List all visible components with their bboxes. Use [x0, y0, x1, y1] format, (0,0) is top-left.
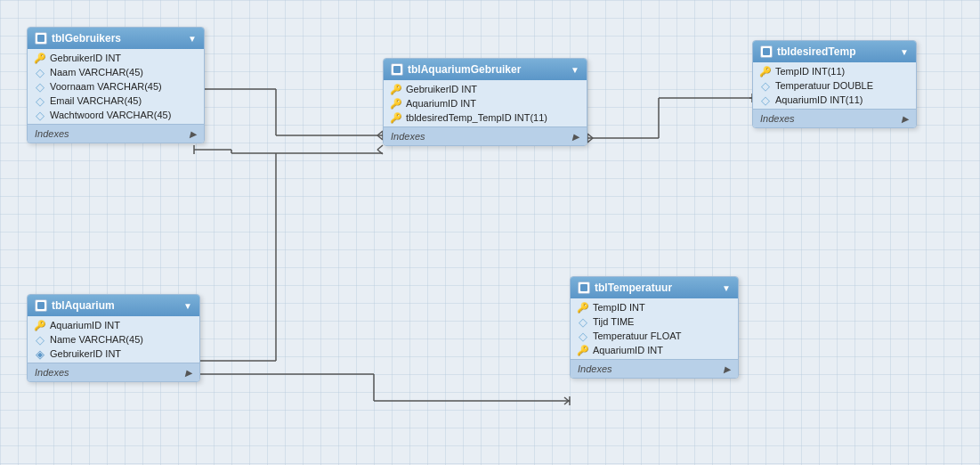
field-name: Wachtwoord VARCHAR(45) [50, 110, 171, 120]
indexes-label: Indexes [391, 131, 425, 142]
key-icon: 🔑 [35, 53, 45, 63]
dropdown-arrow[interactable]: ▼ [571, 65, 579, 75]
field-name: GebruikerID INT [50, 53, 121, 63]
table-title-tblTemperatuur: tblTemperatuur [595, 281, 672, 294]
indexes-label: Indexes [35, 367, 69, 378]
field-name: Email VARCHAR(45) [50, 95, 142, 106]
field-Temperatuur: ◇ Temperatuur DOUBLE [753, 78, 916, 93]
dropdown-arrow[interactable]: ▼ [722, 283, 731, 293]
field-name: TempID INT [593, 302, 645, 313]
table-tblGebruikers[interactable]: tblGebruikers ▼ 🔑 GebruikerID INT ◇ Naam… [27, 27, 205, 143]
footer-arrow: ▶ [724, 364, 731, 374]
field-name: Temperatuur FLOAT [593, 330, 681, 341]
diamond-icon: ◇ [578, 330, 588, 341]
table-title-tbldesiredTemp: tbldesiredTemp [777, 45, 855, 58]
diamond-blue-icon: ◈ [35, 348, 45, 359]
table-footer-tblGebruikers[interactable]: Indexes ▶ [28, 124, 204, 143]
table-footer-tblTemperatuur[interactable]: Indexes ▶ [571, 359, 738, 378]
field-name: Voornaam VARCHAR(45) [50, 81, 162, 92]
field-name: AquariumID INT [50, 320, 120, 330]
field-tbldesiredTemp_TempID: 🔑 tbldesiredTemp_TempID INT(11) [384, 110, 587, 125]
field-TempID: 🔑 TempID INT [571, 300, 738, 314]
field-name: GebruikerID INT [50, 348, 121, 359]
diamond-icon: ◇ [760, 94, 771, 105]
diamond-icon: ◇ [760, 80, 771, 91]
table-icon [578, 281, 590, 294]
field-name: Naam VARCHAR(45) [50, 67, 143, 78]
dropdown-arrow[interactable]: ▼ [188, 34, 197, 44]
dropdown-arrow[interactable]: ▼ [183, 301, 192, 311]
table-header-tblGebruikers: tblGebruikers ▼ [28, 28, 204, 49]
field-Wachtwoord: ◇ Wachtwoord VARCHAR(45) [28, 108, 204, 122]
table-tblTemperatuur[interactable]: tblTemperatuur ▼ 🔑 TempID INT ◇ Tijd TIM… [570, 276, 739, 379]
table-body-tbldesiredTemp: 🔑 TempID INT(11) ◇ Temperatuur DOUBLE ◇ … [753, 62, 916, 109]
svg-line-12 [377, 145, 383, 150]
field-Voornaam: ◇ Voornaam VARCHAR(45) [28, 79, 204, 94]
key-red-icon: 🔑 [391, 84, 401, 94]
table-title-tblAquariumGebruiker: tblAquariumGebruiker [408, 63, 521, 76]
svg-line-18 [587, 134, 593, 138]
footer-arrow: ▶ [190, 129, 197, 139]
table-body-tblTemperatuur: 🔑 TempID INT ◇ Tijd TIME ◇ Temperatuur F… [571, 298, 738, 359]
table-footer-tblAquariumGebruiker[interactable]: Indexes ▶ [384, 126, 587, 145]
svg-line-28 [564, 397, 570, 402]
svg-line-29 [564, 400, 570, 404]
table-tbldesiredTemp[interactable]: tbldesiredTemp ▼ 🔑 TempID INT(11) ◇ Temp… [752, 40, 917, 128]
field-name: AquariumID INT [406, 98, 476, 109]
table-body-tblGebruikers: 🔑 GebruikerID INT ◇ Naam VARCHAR(45) ◇ V… [28, 49, 204, 124]
key-red-icon: 🔑 [578, 345, 588, 355]
table-icon [760, 45, 773, 58]
key-red-icon: 🔑 [391, 98, 401, 109]
diamond-icon: ◇ [35, 95, 45, 106]
field-AquariumID: 🔑 AquariumID INT [571, 343, 738, 357]
key-icon: 🔑 [578, 302, 588, 313]
table-title-tblGebruikers: tblGebruikers [52, 32, 121, 45]
field-Naam: ◇ Naam VARCHAR(45) [28, 65, 204, 79]
table-header-tblAquarium: tblAquarium ▼ [28, 295, 199, 316]
field-Temperatuur: ◇ Temperatuur FLOAT [571, 329, 738, 343]
table-tblAquariumGebruiker[interactable]: tblAquariumGebruiker ▼ 🔑 GebruikerID INT… [383, 58, 587, 146]
field-GebruikerID: ◈ GebruikerID INT [28, 347, 199, 361]
table-body-tblAquarium: 🔑 AquariumID INT ◇ Name VARCHAR(45) ◈ Ge… [28, 316, 199, 363]
diamond-icon: ◇ [35, 334, 45, 345]
svg-line-13 [377, 150, 383, 154]
field-name: Tijd TIME [593, 316, 634, 327]
table-icon [35, 32, 47, 45]
indexes-label: Indexes [578, 363, 612, 374]
field-name: TempID INT(11) [775, 66, 845, 77]
field-name: Temperatuur DOUBLE [775, 80, 873, 91]
diamond-icon: ◇ [578, 316, 588, 327]
indexes-label: Indexes [760, 113, 795, 124]
table-icon [35, 299, 47, 312]
footer-arrow: ▶ [185, 368, 192, 378]
field-AquariumID: 🔑 AquariumID INT [384, 96, 587, 110]
diamond-icon: ◇ [35, 110, 45, 120]
key-red-icon: 🔑 [391, 112, 401, 123]
field-AquariumID: ◇ AquariumID INT(11) [753, 93, 916, 107]
field-name: Name VARCHAR(45) [50, 334, 143, 345]
table-tblAquarium[interactable]: tblAquarium ▼ 🔑 AquariumID INT ◇ Name VA… [27, 294, 200, 382]
diamond-icon: ◇ [35, 81, 45, 92]
table-footer-tblAquarium[interactable]: Indexes ▶ [28, 363, 199, 381]
svg-line-19 [587, 138, 593, 143]
key-icon: 🔑 [35, 320, 45, 330]
field-name: GebruikerID INT [406, 84, 477, 94]
footer-arrow: ▶ [572, 132, 579, 142]
table-footer-tbldesiredTemp[interactable]: Indexes ▶ [753, 109, 916, 127]
table-title-tblAquarium: tblAquarium [52, 299, 115, 312]
dropdown-arrow[interactable]: ▼ [900, 47, 909, 57]
key-icon: 🔑 [760, 66, 771, 77]
footer-arrow: ▶ [902, 114, 909, 124]
field-AquariumID: 🔑 AquariumID INT [28, 318, 199, 332]
table-header-tblAquariumGebruiker: tblAquariumGebruiker ▼ [384, 59, 587, 80]
indexes-label: Indexes [35, 128, 69, 139]
table-body-tblAquariumGebruiker: 🔑 GebruikerID INT 🔑 AquariumID INT 🔑 tbl… [384, 80, 587, 126]
diamond-icon: ◇ [35, 67, 45, 78]
table-header-tbldesiredTemp: tbldesiredTemp ▼ [753, 41, 916, 62]
field-name: tbldesiredTemp_TempID INT(11) [406, 112, 547, 123]
field-Email: ◇ Email VARCHAR(45) [28, 94, 204, 108]
field-name: AquariumID INT(11) [775, 94, 863, 105]
field-TempID: 🔑 TempID INT(11) [753, 64, 916, 78]
field-GebruikerID: 🔑 GebruikerID INT [384, 82, 587, 96]
field-name: AquariumID INT [593, 345, 663, 355]
